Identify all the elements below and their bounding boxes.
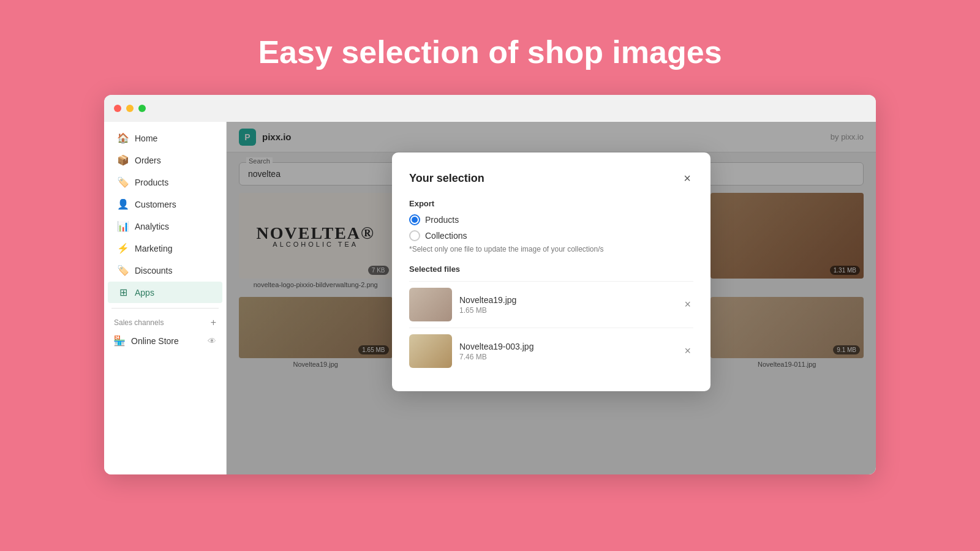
discounts-icon: 🏷️ (118, 264, 129, 276)
browser-body: 🏠 Home 📦 Orders 🏷️ Products 👤 Customers … (104, 122, 876, 474)
file-thumb-1 (409, 334, 452, 368)
sidebar-item-home[interactable]: 🏠 Home (108, 127, 222, 149)
modal-close-button[interactable]: × (681, 170, 693, 187)
file-info-0: Noveltea19.jpg 1.65 MB (459, 295, 674, 315)
window-minimize-dot[interactable] (126, 105, 134, 112)
sidebar-item-label-customers: Customers (135, 200, 176, 209)
file-remove-button-0[interactable]: × (682, 296, 693, 313)
radio-products-label: Products (425, 215, 459, 225)
file-name-0: Noveltea19.jpg (459, 295, 674, 305)
main-content: P pixx.io by pixx.io Search NOVELTEA® (227, 122, 876, 474)
file-item-1: Noveltea19-003.jpg 7.46 MB × (409, 328, 693, 374)
radio-products-item[interactable]: Products (409, 214, 693, 225)
marketing-icon: ⚡ (118, 242, 129, 254)
export-radio-group: Products Collections (409, 214, 693, 241)
sidebar-item-label-online-store: Online Store (131, 336, 179, 346)
sidebar-item-label-discounts: Discounts (135, 266, 172, 276)
sidebar-item-orders[interactable]: 📦 Orders (108, 149, 222, 171)
file-item-0: Noveltea19.jpg 1.65 MB × (409, 281, 693, 328)
window-close-dot[interactable] (114, 105, 121, 112)
products-icon: 🏷️ (118, 176, 129, 188)
selection-modal: Your selection × Export Products Collect… (392, 152, 710, 391)
modal-title: Your selection (409, 172, 484, 185)
selected-files-label: Selected files (409, 264, 693, 274)
window-maximize-dot[interactable] (138, 105, 146, 112)
file-name-1: Noveltea19-003.jpg (459, 342, 674, 351)
radio-products-circle (409, 214, 420, 225)
sidebar-item-products[interactable]: 🏷️ Products (108, 171, 222, 193)
sales-channels-label: Sales channels (114, 318, 164, 327)
add-sales-channel-button[interactable]: + (211, 317, 216, 328)
file-info-1: Noveltea19-003.jpg 7.46 MB (459, 342, 674, 361)
customers-icon: 👤 (118, 198, 129, 210)
sidebar-divider (111, 308, 219, 309)
sidebar-item-label-products: Products (135, 178, 168, 187)
sidebar-item-customers[interactable]: 👤 Customers (108, 193, 222, 215)
sidebar-item-marketing[interactable]: ⚡ Marketing (108, 238, 222, 259)
sidebar-item-label-home: Home (135, 133, 157, 143)
file-remove-button-1[interactable]: × (682, 342, 693, 360)
file-size-0: 1.65 MB (459, 306, 674, 315)
sidebar-item-discounts[interactable]: 🏷️ Discounts (108, 260, 222, 281)
store-icon: 🏪 (114, 335, 125, 347)
orders-icon: 📦 (118, 154, 129, 166)
sidebar-item-label-analytics: Analytics (135, 222, 169, 231)
browser-window: 🏠 Home 📦 Orders 🏷️ Products 👤 Customers … (104, 95, 876, 474)
file-thumb-0 (409, 288, 452, 321)
home-icon: 🏠 (118, 132, 129, 144)
radio-collections-circle (409, 230, 420, 241)
export-label: Export (409, 199, 693, 208)
apps-icon: ⊞ (118, 287, 129, 298)
browser-chrome (104, 95, 876, 122)
modal-overlay: Your selection × Export Products Collect… (227, 122, 876, 474)
sidebar-item-analytics[interactable]: 📊 Analytics (108, 216, 222, 237)
sidebar-item-online-store[interactable]: 🏪 Online Store 👁 (104, 331, 226, 351)
radio-collections-item[interactable]: Collections (409, 230, 693, 241)
sidebar-sales-channels-section: Sales channels + (104, 313, 226, 331)
modal-hint: *Select only one file to update the imag… (409, 245, 693, 253)
radio-collections-label: Collections (425, 231, 467, 241)
sidebar: 🏠 Home 📦 Orders 🏷️ Products 👤 Customers … (104, 122, 227, 474)
modal-header: Your selection × (409, 170, 693, 187)
sidebar-item-label-apps: Apps (135, 288, 154, 298)
store-eye-icon: 👁 (208, 336, 216, 346)
sidebar-item-label-marketing: Marketing (135, 244, 172, 253)
file-size-1: 7.46 MB (459, 353, 674, 361)
analytics-icon: 📊 (118, 220, 129, 232)
sidebar-item-apps[interactable]: ⊞ Apps (108, 282, 222, 303)
page-headline: Easy selection of shop images (258, 34, 722, 70)
sidebar-item-label-orders: Orders (135, 156, 161, 165)
